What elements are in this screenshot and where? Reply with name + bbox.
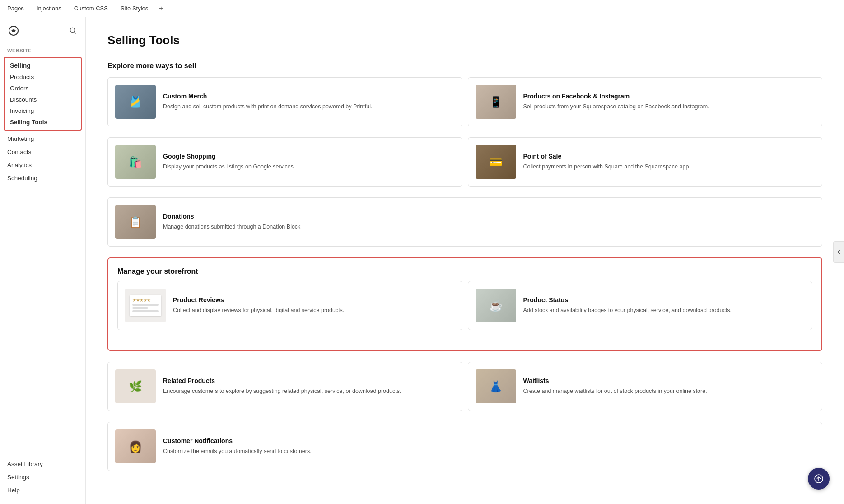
sidebar-item-selling[interactable]: Selling — [5, 60, 81, 71]
card-google-shopping[interactable]: 🛍️ Google Shopping Display your products… — [107, 137, 462, 187]
card-point-of-sale-desc: Collect payments in person with Square a… — [523, 163, 815, 171]
card-customer-notifications-text: Customer Notifications Customize the ema… — [163, 437, 815, 455]
card-donations[interactable]: 📋 Donations Manage donations submitted t… — [107, 197, 822, 247]
sidebar-item-selling-tools[interactable]: Selling Tools — [5, 117, 81, 128]
card-waitlists-desc: Create and manage waitlists for out of s… — [523, 387, 815, 395]
card-waitlists-name: Waitlists — [523, 377, 815, 384]
sidebar-item-marketing[interactable]: Marketing — [0, 132, 85, 145]
tab-custom-css[interactable]: Custom CSS — [72, 0, 110, 17]
explore-cards-row2: 🛍️ Google Shopping Display your products… — [107, 137, 822, 187]
sidebar-item-scheduling[interactable]: Scheduling — [0, 172, 85, 185]
card-point-of-sale-name: Point of Sale — [523, 153, 815, 160]
card-related-products-name: Related Products — [163, 377, 455, 384]
card-product-reviews-name: Product Reviews — [173, 296, 455, 303]
card-waitlists-image: 👗 — [476, 369, 516, 403]
card-product-reviews-desc: Collect and display reviews for physical… — [173, 306, 455, 314]
card-fb-insta-desc: Sell products from your Squarespace cata… — [523, 103, 815, 111]
card-customer-notifications-name: Customer Notifications — [163, 437, 815, 444]
card-custom-merch-name: Custom Merch — [163, 93, 455, 100]
sidebar: Website Selling Products Orders Discount… — [0, 17, 86, 504]
svg-point-1 — [70, 28, 75, 33]
card-donations-desc: Manage donations submitted through a Don… — [163, 223, 815, 231]
card-custom-merch[interactable]: 🎽 Custom Merch Design and sell custom pr… — [107, 77, 462, 126]
tab-injections[interactable]: Injections — [35, 0, 63, 17]
sidebar-item-help[interactable]: Help — [0, 484, 85, 497]
card-google-shopping-desc: Display your products as listings on Goo… — [163, 163, 455, 171]
svg-line-2 — [75, 32, 76, 34]
tab-site-styles[interactable]: Site Styles — [119, 0, 150, 17]
card-custom-merch-image: 🎽 — [115, 85, 156, 119]
manage-cards-row2: 🌿 Related Products Encourage customers t… — [107, 362, 822, 411]
card-customer-notifications[interactable]: 👩 Customer Notifications Customize the e… — [107, 422, 822, 471]
card-related-products-image: 🌿 — [115, 369, 156, 403]
sidebar-item-settings[interactable]: Settings — [0, 471, 85, 484]
sidebar-item-contacts[interactable]: Contacts — [0, 145, 85, 159]
card-donations-name: Donations — [163, 213, 815, 220]
card-fb-insta-image: 📱 — [476, 85, 516, 119]
card-point-of-sale-image: 💳 — [476, 145, 516, 179]
squarespace-logo — [7, 24, 20, 37]
sidebar-item-products[interactable]: Products — [5, 71, 81, 83]
card-related-products[interactable]: 🌿 Related Products Encourage customers t… — [107, 362, 462, 411]
sidebar-item-orders[interactable]: Orders — [5, 83, 81, 94]
card-product-status-image: ☕ — [476, 289, 516, 322]
card-related-products-desc: Encourage customers to explore by sugges… — [163, 387, 455, 395]
card-waitlists[interactable]: 👗 Waitlists Create and manage waitlists … — [468, 362, 823, 411]
sidebar-item-invoicing[interactable]: Invoicing — [5, 105, 81, 117]
manage-cards-row3: 👩 Customer Notifications Customize the e… — [107, 422, 822, 471]
sidebar-bottom: Asset Library Settings Help — [0, 450, 85, 497]
manage-storefront-section: Manage your storefront ★★★★★ Product Rev… — [107, 257, 822, 351]
sidebar-logo-area — [0, 24, 85, 44]
card-product-status-text: Product Status Add stock and availabilit… — [523, 296, 805, 314]
card-donations-image: 📋 — [115, 205, 156, 239]
card-google-shopping-text: Google Shopping Display your products as… — [163, 153, 455, 171]
sidebar-item-discounts[interactable]: Discounts — [5, 94, 81, 105]
top-bar: Pages Injections Custom CSS Site Styles … — [0, 0, 844, 17]
manage-section-title: Manage your storefront — [117, 267, 812, 275]
search-icon[interactable] — [68, 26, 78, 36]
card-waitlists-text: Waitlists Create and manage waitlists fo… — [523, 377, 815, 395]
card-custom-merch-text: Custom Merch Design and sell custom prod… — [163, 93, 455, 111]
sidebar-item-asset-library[interactable]: Asset Library — [0, 457, 85, 471]
fab-button[interactable] — [808, 468, 830, 490]
main-layout: Website Selling Products Orders Discount… — [0, 17, 844, 504]
add-tab-button[interactable]: + — [159, 5, 163, 13]
tab-pages[interactable]: Pages — [5, 0, 26, 17]
collapse-panel-button[interactable] — [833, 241, 844, 263]
card-related-products-text: Related Products Encourage customers to … — [163, 377, 455, 395]
explore-cards-row3: 📋 Donations Manage donations submitted t… — [107, 197, 822, 247]
card-fb-insta[interactable]: 📱 Products on Facebook & Instagram Sell … — [468, 77, 823, 126]
explore-section-title: Explore more ways to sell — [107, 62, 822, 70]
selling-group: Selling Products Orders Discounts Invoic… — [4, 57, 82, 131]
card-fb-insta-text: Products on Facebook & Instagram Sell pr… — [523, 93, 815, 111]
card-customer-notifications-image: 👩 — [115, 429, 156, 463]
card-point-of-sale-text: Point of Sale Collect payments in person… — [523, 153, 815, 171]
card-google-shopping-image: 🛍️ — [115, 145, 156, 179]
card-product-reviews-text: Product Reviews Collect and display revi… — [173, 296, 455, 314]
card-google-shopping-name: Google Shopping — [163, 153, 455, 160]
card-product-status[interactable]: ☕ Product Status Add stock and availabil… — [468, 281, 813, 330]
website-section-label: Website — [0, 44, 85, 55]
sidebar-item-analytics[interactable]: Analytics — [0, 159, 85, 172]
card-custom-merch-desc: Design and sell custom products with pri… — [163, 103, 455, 111]
card-product-status-name: Product Status — [523, 296, 805, 303]
content-area: Selling Tools Explore more ways to sell … — [86, 17, 844, 504]
card-product-reviews[interactable]: ★★★★★ Product Reviews Collect and displa… — [117, 281, 462, 330]
card-product-status-desc: Add stock and availability badges to you… — [523, 306, 805, 314]
page-title: Selling Tools — [107, 33, 822, 47]
card-fb-insta-name: Products on Facebook & Instagram — [523, 93, 815, 100]
card-donations-text: Donations Manage donations submitted thr… — [163, 213, 815, 231]
explore-cards-row1: 🎽 Custom Merch Design and sell custom pr… — [107, 77, 822, 126]
card-product-reviews-image: ★★★★★ — [125, 289, 166, 322]
manage-cards-row1: ★★★★★ Product Reviews Collect and displa… — [117, 281, 812, 330]
card-customer-notifications-desc: Customize the emails you automatically s… — [163, 447, 815, 455]
card-point-of-sale[interactable]: 💳 Point of Sale Collect payments in pers… — [468, 137, 823, 187]
